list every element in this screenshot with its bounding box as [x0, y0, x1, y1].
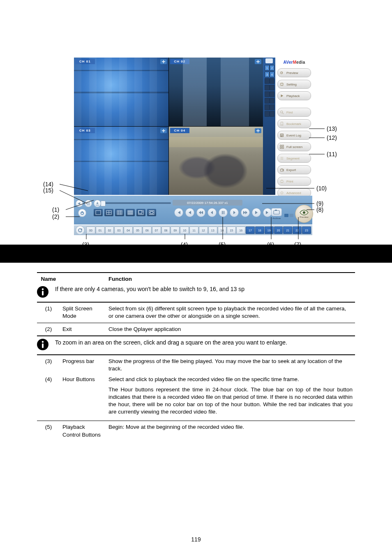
begin-button[interactable] — [174, 208, 183, 217]
split-8[interactable] — [136, 209, 145, 216]
panel-btn-full-screen[interactable]: Full screen — [277, 142, 311, 151]
panel-btn-preview[interactable]: Preview — [277, 68, 311, 77]
hour-15[interactable]: 15 — [227, 227, 236, 234]
expand-icon[interactable] — [255, 59, 261, 64]
hour-02[interactable]: 02 — [105, 227, 114, 234]
camera-select-7[interactable] — [265, 85, 270, 90]
refresh-button[interactable] — [76, 226, 85, 235]
expand-icon[interactable] — [255, 128, 261, 133]
mode-toggle[interactable] — [284, 214, 293, 217]
stepback-button[interactable] — [208, 208, 217, 217]
camera-select-2[interactable]: 2 — [270, 65, 274, 71]
split-16[interactable] — [126, 209, 135, 216]
panel-btn-label: Preview — [286, 71, 298, 75]
hour-11[interactable]: 11 — [189, 227, 198, 234]
camera-select-5[interactable] — [265, 78, 270, 84]
camera-3[interactable]: CH 03 — [74, 127, 168, 195]
row1-num: (1) — [37, 303, 60, 321]
hour-05[interactable]: 05 — [133, 227, 142, 234]
camera-select-13[interactable] — [265, 104, 270, 110]
panel-btn-event-log[interactable]: Event Log — [277, 131, 311, 140]
page-number: 119 — [0, 536, 392, 543]
camera-select-8[interactable] — [270, 85, 274, 90]
hour-04[interactable]: 04 — [124, 227, 133, 234]
deinterlace-icon[interactable] — [85, 200, 92, 207]
camera-select-12[interactable] — [270, 98, 274, 104]
row4-func: Select and click to playback the recorde… — [108, 376, 299, 382]
next-button[interactable] — [252, 208, 261, 217]
svg-point-34 — [303, 211, 305, 214]
pause-button[interactable] — [219, 208, 228, 217]
segment-icon — [279, 155, 285, 161]
hour-16[interactable]: 16 — [236, 227, 245, 234]
progress-thumb[interactable] — [101, 201, 106, 206]
camera-4[interactable]: CH 04 — [169, 127, 263, 195]
rewind-button[interactable] — [196, 208, 205, 217]
hour-12[interactable]: 12 — [199, 227, 208, 234]
callout-10: (10) — [316, 185, 327, 192]
preview-button[interactable]: Preview — [295, 205, 313, 223]
stepfwd-button[interactable] — [230, 208, 239, 217]
hour-19[interactable]: 19 — [265, 227, 274, 234]
row5-func: Begin: Move at the beginning of the reco… — [106, 422, 355, 440]
hour-10[interactable]: 10 — [180, 227, 189, 234]
export-icon — [279, 167, 285, 173]
panel-btn-setting[interactable]: Setting — [277, 80, 311, 89]
camera-select-6[interactable] — [270, 78, 274, 84]
panel-btn-bookmark[interactable]: Bookmark — [277, 119, 311, 128]
camera-selector[interactable]: /* cells generated below */ 1234 — [263, 58, 275, 195]
fastfwd-button[interactable] — [241, 208, 250, 217]
panel-btn-label: Print — [286, 180, 293, 183]
hour-01[interactable]: 01 — [96, 227, 105, 234]
camera-select-10[interactable] — [270, 91, 274, 97]
hour-17[interactable]: 17 — [246, 227, 255, 234]
sound-icon[interactable] — [76, 200, 83, 207]
split-9[interactable] — [115, 209, 124, 216]
split-1[interactable] — [94, 209, 103, 216]
camera-select-14[interactable] — [270, 104, 274, 110]
download-icon[interactable] — [94, 200, 101, 207]
panel-btn-segment[interactable]: Segment — [277, 154, 311, 163]
hour-14[interactable]: 14 — [218, 227, 227, 234]
hour-08[interactable]: 08 — [161, 227, 171, 234]
progress-bar[interactable] — [102, 202, 171, 204]
hour-21[interactable]: 21 — [283, 227, 292, 234]
hour-00[interactable]: 00 — [86, 227, 95, 234]
camera-select-9[interactable] — [265, 91, 270, 97]
prev-button[interactable] — [185, 208, 194, 217]
exit-button[interactable] — [78, 209, 86, 217]
panel-btn-find[interactable]: Find — [277, 108, 311, 117]
camera-select-3[interactable]: 3 — [265, 72, 270, 77]
panel-btn-playback[interactable]: Playback — [277, 91, 311, 100]
hour-03[interactable]: 03 — [114, 227, 123, 234]
camera-select-11[interactable] — [265, 98, 270, 104]
hour-06[interactable]: 06 — [143, 227, 152, 234]
hour-20[interactable]: 20 — [274, 227, 283, 234]
camera-2[interactable]: CH 02 — [169, 58, 263, 126]
expand-icon[interactable] — [160, 128, 167, 133]
panel-btn-print[interactable]: Print — [277, 177, 311, 186]
camera-1[interactable]: CH 01 — [74, 58, 168, 126]
ch-label-4: CH 04 — [170, 128, 190, 133]
hour-09[interactable]: 09 — [171, 227, 180, 234]
expand-icon[interactable] — [160, 59, 167, 64]
camera-select-1[interactable]: 1 — [265, 65, 270, 71]
archive-button[interactable]: Archive — [270, 208, 283, 220]
callout-14: (14) — [43, 181, 53, 187]
row3-name: Progress bar — [60, 356, 106, 374]
svg-point-50 — [42, 289, 44, 290]
hour-22[interactable]: 22 — [293, 227, 302, 234]
camera-select-15[interactable] — [265, 111, 270, 117]
svg-rect-53 — [42, 343, 44, 348]
hour-18[interactable]: 18 — [255, 227, 264, 234]
callout-15: (15) — [43, 187, 53, 194]
hour-07[interactable]: 07 — [152, 227, 161, 234]
camera-select-4[interactable]: 4 — [270, 72, 274, 77]
camera-select-16[interactable] — [270, 111, 274, 117]
split-4[interactable] — [104, 209, 113, 216]
panel-btn-export[interactable]: Export — [277, 165, 311, 174]
hour-23[interactable]: 23 — [302, 227, 311, 234]
panel-btn-label: Bookmark — [286, 122, 301, 126]
split-13[interactable] — [147, 209, 156, 216]
hour-13[interactable]: 13 — [208, 227, 217, 234]
